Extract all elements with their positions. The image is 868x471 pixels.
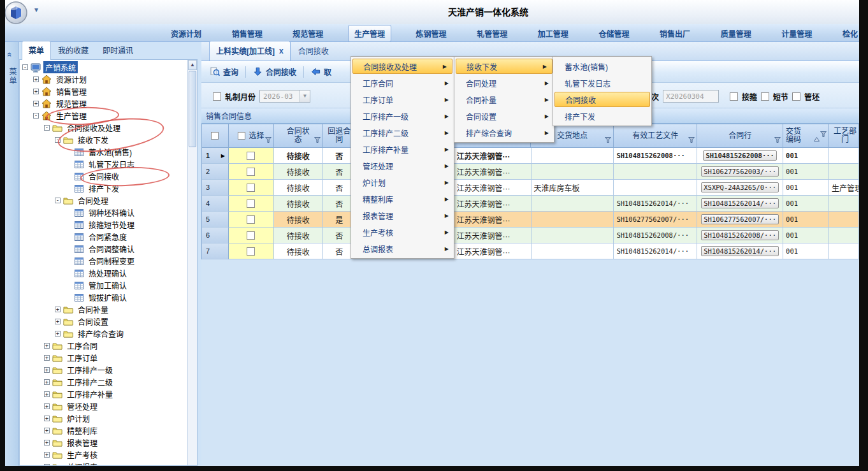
tree-node[interactable]: 合同调整确认 (20, 243, 197, 255)
menu-item[interactable]: 报表管理 ▶ (351, 207, 454, 224)
header-process-doc[interactable]: 有效工艺文件 (614, 124, 697, 148)
tree-scrollbar[interactable]: ▲ (187, 60, 197, 465)
tree-node[interactable]: - 产销系统 (20, 61, 197, 73)
row-select-cell[interactable] (229, 243, 274, 259)
header-select[interactable]: 选择 (229, 124, 274, 148)
filter-funnel-icon[interactable] (265, 136, 271, 145)
tree-expander[interactable]: + (55, 331, 61, 337)
menubar-item[interactable]: 销售管理 (232, 28, 263, 39)
tree-expander[interactable]: + (44, 355, 50, 361)
row-number-cell[interactable]: 1 ▶ (202, 148, 229, 164)
row-select-cell[interactable] (229, 212, 274, 228)
menubar-item[interactable]: 仓储管理 (598, 28, 629, 39)
tab-close-icon[interactable]: x (279, 48, 284, 54)
menu-item[interactable]: 合同补量 ▶ (454, 91, 554, 108)
menubar-item[interactable]: 加工管理 (538, 28, 568, 39)
menu-item[interactable]: 合同接收 (554, 92, 650, 107)
menu-item[interactable]: 工序排产一级 ▶ (351, 108, 454, 124)
row-checkbox[interactable] (247, 184, 255, 192)
menubar-item[interactable]: 轧管管理 (477, 28, 507, 39)
table-row[interactable]: 4 ▶ 待接收 否 江苏天淮钢管··· SH104815262014/··· S… (201, 196, 859, 212)
tree-expander[interactable]: + (44, 452, 50, 458)
contract-line-button[interactable]: SH106277562007/··· (701, 214, 779, 224)
sidebar-tab[interactable]: 菜单 (22, 41, 51, 60)
tree-expander[interactable]: + (44, 440, 50, 446)
sidebar-tab[interactable]: 我的收藏 (51, 41, 96, 59)
filter-funnel-icon[interactable] (605, 136, 611, 145)
menubar-item[interactable]: 计量管理 (781, 28, 812, 39)
row-select-cell[interactable] (229, 180, 274, 196)
contract-line-button[interactable]: SH104815262014/··· (701, 246, 779, 256)
tree-expander[interactable]: + (44, 367, 50, 373)
menu-item[interactable]: 工序订单 ▶ (351, 91, 454, 108)
menu-item[interactable]: 精整利库 ▶ (351, 191, 454, 207)
header-contract-line[interactable]: 合同行 (697, 124, 783, 148)
tab-shangliao-shiji[interactable]: 上料实绩[加工线] x (209, 41, 291, 61)
batch-input[interactable] (663, 90, 719, 103)
tree-expander[interactable]: + (55, 307, 61, 312)
cancel-receive-button[interactable]: 取 (308, 64, 334, 79)
row-select-cell[interactable] (229, 148, 274, 164)
tree-expander[interactable]: + (33, 101, 39, 106)
table-row[interactable]: 7 ▶ 待接收 否 江苏天淮钢管··· SH104815262014/··· S… (201, 243, 859, 259)
filter-funnel-icon[interactable] (820, 131, 827, 139)
tree-node[interactable]: - 合同处理 (20, 194, 197, 207)
tree-expander[interactable]: + (44, 428, 50, 433)
guanpi-checkbox[interactable] (792, 92, 800, 101)
tree-node[interactable]: 接箍短节处理 (20, 219, 197, 231)
sidebar-tab[interactable]: 即时通讯 (96, 41, 140, 59)
tree-node[interactable]: 合同紧急度 (20, 231, 197, 243)
menu-item[interactable]: 合同设置 ▶ (454, 108, 554, 124)
row-select-cell[interactable] (229, 228, 274, 243)
menu-item[interactable]: 总调报表 ▶ (351, 240, 454, 257)
tree-node[interactable]: + 工序订单 (20, 352, 197, 364)
tree-node[interactable]: + 合同补量 (20, 303, 197, 315)
tree-node[interactable]: + 工序排产一级 (20, 364, 197, 376)
table-row[interactable]: 1 ▶ 待接收 否 江苏天淮钢管··· SH104815262008··· SH… (201, 148, 859, 164)
menubar-item[interactable]: 规范管理 (293, 28, 323, 39)
tree-expander[interactable]: + (55, 319, 61, 324)
header-delivery-code[interactable]: 交货编码 (783, 124, 829, 148)
scrollbar-thumb[interactable] (189, 71, 196, 147)
tab-hetong-jieshou[interactable]: 合同接收 (292, 41, 335, 61)
tree-node[interactable]: + 工序排产补量 (20, 388, 197, 400)
tree-node[interactable]: + 合同设置 (20, 315, 197, 328)
row-checkbox[interactable] (247, 247, 255, 256)
row-number-cell[interactable]: 7 ▶ (202, 243, 229, 259)
filter-funnel-icon[interactable] (314, 136, 321, 145)
row-number-cell[interactable]: 5 ▶ (202, 212, 229, 228)
tree-expander[interactable]: + (44, 416, 50, 421)
menu-item[interactable]: 工序排产二级 ▶ (351, 124, 454, 141)
menu-item[interactable]: 生产考核 ▶ (351, 224, 454, 240)
row-select-cell[interactable] (229, 196, 274, 212)
filter-funnel-icon[interactable] (774, 136, 781, 145)
header-process-dept[interactable]: 工艺部门 (829, 124, 859, 148)
menu-item[interactable]: 工序合同 ▶ (351, 75, 454, 91)
row-checkbox[interactable] (247, 152, 255, 160)
tree-node[interactable]: + 精整利库 (20, 424, 197, 437)
table-row[interactable]: 6 ▶ 待接收 否 江苏天淮钢管··· SH104815262008/··· S… (201, 228, 859, 243)
tree-expander[interactable]: + (44, 343, 50, 349)
header-status[interactable]: 合同状态 (274, 124, 323, 148)
sort-asc-icon[interactable] (814, 135, 820, 143)
tree-expander[interactable]: + (33, 89, 39, 94)
scroll-up-icon[interactable]: ▲ (188, 60, 197, 70)
tree-expander[interactable]: + (44, 391, 50, 397)
tree-node[interactable]: + 销售管理 (20, 85, 197, 98)
menu-item[interactable]: 合同接收及处理 ▶ (352, 59, 452, 74)
tree-node[interactable]: + 规范管理 (20, 98, 197, 110)
select-all-checkbox[interactable] (211, 132, 219, 140)
contract-line-button[interactable]: SH104815262008/··· (701, 230, 779, 240)
select-dropdown-icon[interactable]: ▼ (300, 91, 310, 102)
roll-month-checkbox[interactable] (213, 92, 221, 101)
tree-expander[interactable]: - (55, 198, 61, 203)
query-button[interactable]: 查询 (208, 64, 241, 79)
table-row[interactable]: 2 ▶ 待接收 否 江苏天淮钢管··· SH106277562003/··· (201, 164, 859, 180)
menu-item[interactable]: 管坯处理 ▶ (351, 157, 454, 174)
contract-line-button[interactable]: SH104815262008··· (703, 150, 776, 161)
menubar-item[interactable]: 生产管理 (348, 25, 391, 42)
roll-month-select[interactable]: 2026-03 ▼ (259, 90, 310, 103)
row-checkbox[interactable] (247, 231, 255, 240)
tree-node[interactable]: + 资源计划 (20, 73, 197, 85)
menu-item[interactable]: 排产综合查询 ▶ (454, 124, 554, 141)
